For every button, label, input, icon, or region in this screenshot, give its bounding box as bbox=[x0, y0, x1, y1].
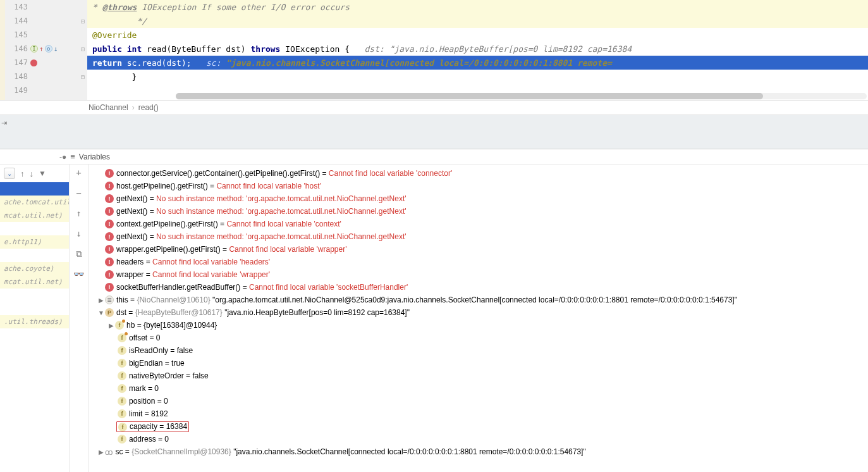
variables-header[interactable]: -● ≡ Variables bbox=[0, 149, 868, 165]
prev-frame-icon[interactable]: ↑ bbox=[20, 169, 25, 178]
watch-toolbar: + − ↑ ↓ ⧉ 👓 bbox=[70, 165, 89, 472]
var-name: this bbox=[116, 295, 128, 304]
watch-row[interactable]: ▶!getNext() = No such instance method: '… bbox=[91, 192, 868, 205]
watch-row[interactable]: ▶!wrapper.getPipeline().getFirst() = Can… bbox=[91, 243, 868, 256]
frames-panel[interactable]: ⌄ ↑ ↓ ▼ ache.tomcat.util.mcat.util.net) … bbox=[0, 165, 70, 472]
scrollbar-thumb[interactable] bbox=[176, 93, 763, 99]
var-value: "org.apache.tomcat.util.net.NioChannel@5… bbox=[212, 295, 737, 304]
watch-error: No such instance method: 'org.apache.tom… bbox=[156, 194, 406, 203]
method-sig: read(ByteBuffer dst) bbox=[147, 44, 250, 54]
var-name: dst bbox=[116, 308, 126, 317]
return-body: sc.read(dst); bbox=[127, 58, 192, 68]
link-badge-icon: oo bbox=[105, 447, 111, 457]
copy-button[interactable]: ⧉ bbox=[73, 248, 85, 259]
fold-icon[interactable]: ⊟ bbox=[81, 46, 85, 53]
add-watch-button[interactable]: + bbox=[73, 167, 85, 178]
collapse-icon[interactable]: ▼ bbox=[97, 309, 105, 316]
var-type: {HeapByteBuffer@10617} bbox=[135, 308, 223, 317]
pin-icon[interactable]: -● bbox=[59, 152, 66, 161]
expand-icon[interactable]: ▶ bbox=[97, 449, 105, 456]
watch-row[interactable]: ▶!wrapper = Cannot find local variable '… bbox=[91, 268, 868, 281]
frame-row[interactable] bbox=[0, 182, 69, 196]
frame-row[interactable]: e.http11) bbox=[0, 235, 69, 249]
code-editor[interactable]: 143 144⊟ 145 146 I ↑ o ↓ ⊟ 147 148⊟ 149 … bbox=[0, 0, 868, 100]
horizontal-scrollbar[interactable] bbox=[176, 93, 867, 99]
watch-error: Cannot find local variable 'headers' bbox=[152, 258, 270, 266]
frame-row[interactable]: ache.tomcat.util. bbox=[0, 196, 69, 209]
inlay-key: sc: bbox=[192, 58, 226, 68]
field-row[interactable]: fnativeByteOrder = false bbox=[91, 370, 868, 382]
frame-row[interactable] bbox=[0, 302, 69, 315]
expand-icon[interactable]: ▶ bbox=[107, 322, 115, 329]
field-text: limit = 8192 bbox=[129, 409, 168, 418]
settings-icon[interactable]: ≡ bbox=[70, 152, 75, 161]
code-body[interactable]: * @throws IOException If some other I/O … bbox=[87, 0, 868, 100]
variables-tree[interactable]: ▶!connector.getService().getContainer().… bbox=[89, 165, 868, 472]
var-this[interactable]: ▶ ≡ this = {NioChannel@10610} "org.apach… bbox=[91, 294, 868, 306]
collapse-icon[interactable]: ⇥ bbox=[0, 119, 8, 130]
frame-row[interactable] bbox=[0, 289, 69, 302]
watch-row[interactable]: ▶!getNext() = No such instance method: '… bbox=[91, 205, 868, 218]
field-row[interactable]: fmark = 0 bbox=[91, 382, 868, 395]
next-frame-icon[interactable]: ↓ bbox=[30, 169, 34, 178]
error-badge-icon: ! bbox=[105, 270, 114, 279]
fold-icon[interactable]: ⊟ bbox=[81, 73, 85, 80]
down-button[interactable]: ↓ bbox=[73, 228, 85, 239]
var-dst[interactable]: ▼ P dst = {HeapByteBuffer@10617} "java.n… bbox=[91, 306, 868, 319]
var-sc[interactable]: ▶ oo sc = {SocketChannelImpl@10936} "jav… bbox=[91, 445, 868, 458]
field-row[interactable]: ▶fhb = {byte[16384]@10944} bbox=[91, 319, 868, 332]
field-row[interactable]: faddress = 0 bbox=[91, 433, 868, 445]
field-row[interactable]: fisReadOnly = false bbox=[91, 344, 868, 357]
watch-row[interactable]: ▶!host.getPipeline().getFirst() = Cannot… bbox=[91, 180, 868, 192]
override-down-icon[interactable]: ↓ bbox=[54, 45, 58, 53]
breadcrumb-item[interactable]: read() bbox=[138, 103, 159, 112]
run-margin bbox=[0, 0, 5, 100]
equals-badge-icon: ≡ bbox=[105, 295, 114, 304]
field-row[interactable]: fposition = 0 bbox=[91, 395, 868, 407]
field-text: nativeByteOrder = false bbox=[129, 371, 209, 380]
gutter-icons[interactable]: I ↑ o ↓ bbox=[30, 45, 58, 53]
field-row[interactable]: foffset = 0 bbox=[91, 332, 868, 344]
watch-expr: getNext() bbox=[116, 194, 147, 203]
watch-row[interactable]: ▶!connector.getService().getContainer().… bbox=[91, 167, 868, 180]
breadcrumb[interactable]: NioChannel › read() bbox=[0, 100, 868, 115]
watch-expr: context.getPipeline().getFirst() bbox=[116, 220, 218, 228]
thread-combo[interactable]: ⌄ bbox=[4, 168, 15, 179]
frame-row[interactable] bbox=[0, 249, 69, 262]
watch-row[interactable]: ▶!context.getPipeline().getFirst() = Can… bbox=[91, 218, 868, 230]
watch-row[interactable]: ▶!getNext() = No such instance method: '… bbox=[91, 230, 868, 243]
overridden-icon[interactable]: o bbox=[45, 45, 52, 53]
breakpoint-icon[interactable] bbox=[30, 59, 37, 66]
var-type: {SocketChannelImpl@10936} bbox=[131, 447, 231, 456]
fold-icon[interactable]: ⊟ bbox=[81, 18, 85, 25]
field-row[interactable]: flimit = 8192 bbox=[91, 407, 868, 420]
line-number: 144 bbox=[9, 16, 28, 25]
watch-expr: host.getPipeline().getFirst() bbox=[116, 182, 208, 190]
watch-expr: getNext() bbox=[116, 207, 147, 216]
frame-row[interactable]: ache.coyote) bbox=[0, 262, 69, 275]
watch-error: Cannot find local variable 'host' bbox=[216, 182, 321, 190]
frame-row[interactable]: mcat.util.net) bbox=[0, 209, 69, 222]
tool-window-header[interactable]: ⇥ bbox=[0, 115, 868, 149]
editor-gutter[interactable]: 143 144⊟ 145 146 I ↑ o ↓ ⊟ 147 148⊟ 149 bbox=[5, 0, 87, 100]
override-up-icon[interactable]: ↑ bbox=[39, 45, 44, 53]
glasses-icon[interactable]: 👓 bbox=[73, 268, 85, 280]
filter-icon[interactable]: ▼ bbox=[39, 169, 46, 178]
frame-row[interactable] bbox=[0, 222, 69, 235]
frame-row[interactable]: mcat.util.net) bbox=[0, 275, 69, 289]
up-button[interactable]: ↑ bbox=[73, 208, 85, 219]
implements-icon[interactable]: I bbox=[30, 45, 38, 53]
field-row[interactable]: fbigEndian = true bbox=[91, 357, 868, 370]
watch-row[interactable]: ▶!socketBufferHandler.getReadBuffer() = … bbox=[91, 281, 868, 294]
field-text: mark = 0 bbox=[129, 384, 159, 393]
field-row[interactable]: fcapacity = 16384 bbox=[91, 420, 868, 433]
watch-row[interactable]: ▶!headers = Cannot find local variable '… bbox=[91, 256, 868, 268]
var-value: "java.nio.channels.SocketChannel[connect… bbox=[233, 447, 586, 456]
var-value: "java.nio.HeapByteBuffer[pos=0 lim=8192 … bbox=[224, 308, 410, 317]
watch-expr: getNext() bbox=[116, 232, 147, 241]
javadoc-text: IOException If some other I/O error occu… bbox=[137, 3, 350, 12]
remove-watch-button[interactable]: − bbox=[73, 187, 85, 199]
frame-row[interactable]: .util.threads) bbox=[0, 315, 69, 328]
breadcrumb-item[interactable]: NioChannel bbox=[89, 103, 128, 112]
expand-icon[interactable]: ▶ bbox=[97, 297, 105, 304]
